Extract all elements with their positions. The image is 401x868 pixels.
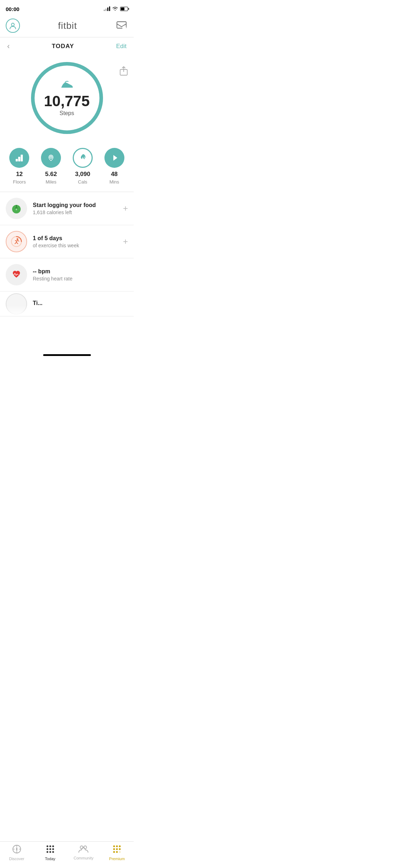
food-item[interactable]: Start logging your food 1,618 calories l… [0,192,134,225]
cals-value: 3,090 [75,171,91,178]
steps-circle[interactable]: 10,775 Steps [28,59,106,137]
home-indicator [43,354,91,356]
edit-button[interactable]: Edit [116,43,127,50]
status-icons [104,6,128,12]
svg-marker-11 [113,155,117,161]
partial-item: Ti... [0,291,134,316]
app-title: fitbit [58,20,77,31]
mins-icon [104,148,124,168]
stats-row: 12 Floors 5.62 Miles 3,090 Cal [0,144,134,192]
mins-value: 48 [111,171,118,178]
food-title: Start logging your food [33,202,117,208]
hr-subtitle: Resting heart rate [33,276,128,281]
avatar[interactable] [6,19,20,33]
partial-content: Ti... [33,300,128,308]
nav-bar: ‹ TODAY Edit [0,37,134,55]
mins-label: Mins [109,179,119,185]
svg-point-0 [11,23,14,26]
stat-cals[interactable]: 3,090 Cals [73,148,93,185]
svg-point-10 [50,156,52,158]
back-button[interactable]: ‹ [7,42,10,51]
signal-icon [104,7,110,11]
steps-section: 10,775 Steps [0,55,134,144]
hr-content: -- bpm Resting heart rate [33,268,128,281]
svg-rect-7 [18,157,20,161]
status-time: 00:00 [6,6,19,12]
wifi-icon [112,6,118,12]
food-icon-wrap [6,198,27,219]
stat-floors[interactable]: 12 Floors [9,148,29,185]
miles-value: 5.62 [45,171,57,178]
partial-title: Ti... [33,300,128,306]
food-add-button[interactable]: + [123,203,128,213]
main-content: 10,775 Steps 12 Floors [0,55,134,352]
cals-label: Cals [78,179,87,185]
exercise-item[interactable]: 1 of 5 days of exercise this week + [0,225,134,258]
miles-icon [41,148,61,168]
exercise-title: 1 of 5 days [33,235,117,242]
svg-rect-6 [16,159,18,161]
steps-value: 10,775 [44,94,89,109]
svg-point-14 [16,209,17,210]
steps-label: Steps [44,110,89,117]
svg-rect-13 [16,205,17,207]
hr-title: -- bpm [33,268,128,275]
battery-icon [120,7,128,11]
inbox-button[interactable] [115,19,128,32]
exercise-content: 1 of 5 days of exercise this week [33,235,117,248]
floors-icon [9,148,29,168]
app-header: fitbit [0,16,134,37]
stat-mins[interactable]: 48 Mins [104,148,124,185]
floors-label: Floors [13,179,26,185]
svg-rect-2 [122,26,126,30]
floors-value: 12 [16,171,23,178]
heartrate-item[interactable]: -- bpm Resting heart rate [0,258,134,291]
page-title: TODAY [52,43,74,50]
svg-rect-8 [21,155,23,161]
miles-label: Miles [46,179,56,185]
shoe-icon [44,80,89,92]
food-subtitle: 1,618 calories left [33,210,117,215]
food-content: Start logging your food 1,618 calories l… [33,202,117,215]
stat-miles[interactable]: 5.62 Miles [41,148,61,185]
exercise-add-button[interactable]: + [123,237,128,247]
exercise-subtitle: of exercise this week [33,243,117,248]
partial-icon [6,293,27,315]
hr-icon-wrap [6,264,27,285]
steps-content: 10,775 Steps [44,80,89,117]
exercise-icon-wrap [6,231,27,252]
cals-icon [73,148,93,168]
share-button[interactable] [119,66,128,78]
status-bar: 00:00 [0,0,134,16]
